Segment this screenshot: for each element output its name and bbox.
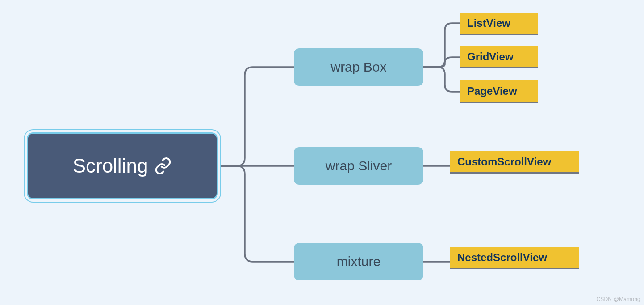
- branch-label: wrap Box: [330, 59, 386, 75]
- leaf-node-nestedscrollview[interactable]: NestedScrollView: [450, 247, 579, 269]
- leaf-node-pageview[interactable]: PageView: [460, 80, 538, 103]
- leaf-label: PageView: [467, 85, 517, 97]
- leaf-label: GridView: [467, 51, 514, 63]
- branch-label: mixture: [337, 254, 381, 269]
- root-label: Scrolling: [73, 155, 148, 177]
- leaf-label: NestedScrollView: [457, 251, 547, 264]
- leaf-node-gridview[interactable]: GridView: [460, 46, 538, 68]
- link-icon: [154, 157, 172, 175]
- branch-label: wrap Sliver: [326, 158, 392, 174]
- leaf-label: ListView: [467, 17, 510, 30]
- leaf-node-listview[interactable]: ListView: [460, 13, 538, 35]
- root-node-scrolling[interactable]: Scrolling: [27, 132, 218, 199]
- leaf-label: CustomScrollView: [457, 156, 551, 168]
- watermark-text: CSDN @Mamong: [596, 296, 640, 302]
- branch-node-mixture[interactable]: mixture: [294, 243, 423, 280]
- branch-node-wrap-box[interactable]: wrap Box: [294, 48, 423, 86]
- branch-node-wrap-sliver[interactable]: wrap Sliver: [294, 147, 423, 185]
- leaf-node-customscrollview[interactable]: CustomScrollView: [450, 151, 579, 174]
